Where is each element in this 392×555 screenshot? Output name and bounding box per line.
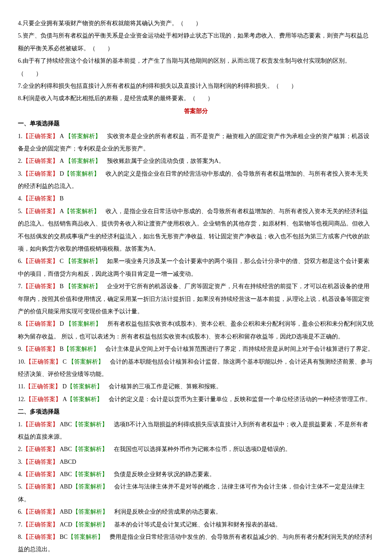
text-line: 6.由于有了持续经营这个会计核算的基本前提，才产生了当期与其他期间的区别，从而出… bbox=[18, 55, 374, 80]
section-title-single: 一、单项选择题 bbox=[18, 117, 374, 130]
text-line: 4.【正确答案】 ABC【答案解析】 负债是反映企业财务状况的静态要素。 bbox=[18, 468, 374, 480]
text-line: 7.企业的利得和损失包括直接计入所有者权益的利得和损失以及直接计入当期利润的利得… bbox=[18, 80, 374, 92]
text-line: 10.【正确答案】 C 【答案解析】 会计的基本职能包括会计核算和会计监督。除这… bbox=[18, 356, 374, 381]
text-line: 2.【正确答案】 ABC【答案解析】 在我国也可以选择某种外币作为记账本位币，所… bbox=[18, 443, 374, 455]
text-line: 7.【正确答案】 ACD【答案解析】 基本的会计等式是会计复式记账、会计核算和财… bbox=[18, 518, 374, 531]
text-line: 5.【正确答案】 A【答案解析】 收入，是指企业在日常活动中形成的、会导致所有者… bbox=[18, 205, 374, 255]
section-title-multi: 二、多项选择题 bbox=[18, 405, 374, 418]
text-line: 11.【正确答案】 D【答案解析】 会计核算的三项工作是记账、算账和报账。 bbox=[18, 380, 374, 393]
text-line: 4.只要企业拥有某项财产物资的所有权就能将其确认为资产。（ ） bbox=[18, 17, 374, 29]
text-line: 2.【正确答案】 A 【答案解析】 预收账款属于企业的流动负债，故答案为A。 bbox=[18, 155, 374, 167]
text-line: 3.【正确答案】 D【答案解析】 收入的定义是指企业在日常的经营活动中形成的、会… bbox=[18, 168, 374, 193]
text-line: 8.【正确答案】 BC【答案解析】 费用是指企业日常经营活动中发生的、会导致所有… bbox=[18, 531, 374, 555]
text-line: 5.资产、负债与所有者权益的平衡关系是企业资金运动处于相对静止状态下出现的，如果… bbox=[18, 29, 374, 55]
text-line: 7.【正确答案】 B 【答案解析】 企业对于它所有的机器设备、厂房等固定资产，只… bbox=[18, 280, 374, 318]
text-line: 1.【正确答案】 A 【答案解析】 实收资本是企业的所有者权益，而不是资产；融资… bbox=[18, 130, 374, 155]
text-line: 5.【正确答案】 ABD【答案解析】 会计主体与法律主体并不是对等的概念，法律主… bbox=[18, 480, 374, 506]
answer-header: 答案部分 bbox=[184, 108, 208, 114]
text-line: 6.【正确答案】 ABD【答案解析】 利润是反映企业的经营成果的动态要素。 bbox=[18, 506, 374, 518]
text-line: 6.【正确答案】 C 【答案解析】 如果一项业务只涉及某一个会计要素中的两个项目… bbox=[18, 255, 374, 280]
text-line: 9.【正确答案】 B【答案解析】 会计主体是从空间上对于会计核算范围进行了界定，… bbox=[18, 343, 374, 355]
text-line: 8.【正确答案】 D 【答案解析】 所有者权益包括实收资本(或股本)、资本公积、… bbox=[18, 318, 374, 343]
text-line: 12.【正确答案】 A【答案解析】 会计的定义是：会计是以货币为主要计量单位，反… bbox=[18, 393, 374, 405]
text-line: 4.【正确答案】 B bbox=[18, 192, 374, 205]
text-line: 答案部分 bbox=[18, 105, 374, 117]
text-line: 3.【正确答案】 ABCD bbox=[18, 456, 374, 468]
text-line: 8.利润是收入与成本配比相抵后的差额，是经营成果的最终要素。（ ） bbox=[18, 92, 374, 104]
text-line: 1.【正确答案】 ABC【答案解析】 选项B不计入当期损益的利得或损失应该直接计… bbox=[18, 418, 374, 443]
